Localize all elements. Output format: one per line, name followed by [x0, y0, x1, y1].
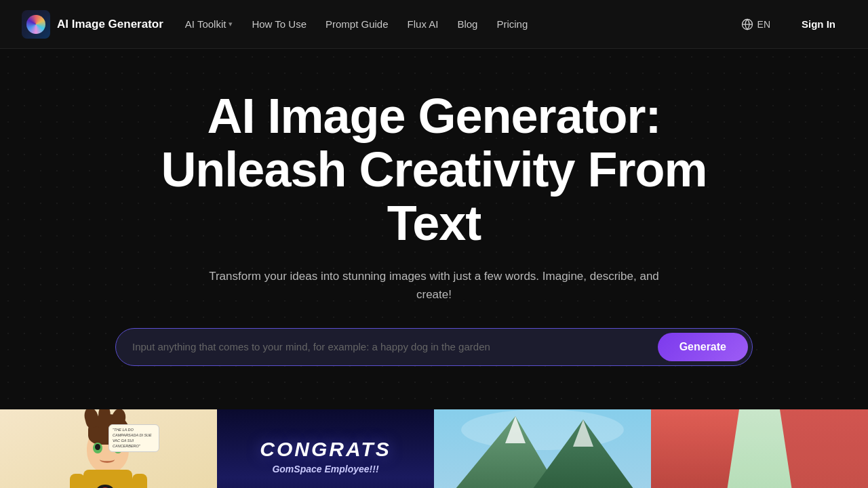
nav-item-pricing-label: Pricing	[496, 18, 528, 30]
nav-item-blog[interactable]: Blog	[457, 18, 477, 30]
search-bar: Generate	[115, 328, 753, 366]
gallery-item-mountain[interactable]	[434, 409, 651, 488]
language-button[interactable]: EN	[734, 14, 777, 35]
nav-links: AI Toolkit ▾ How To Use Prompt Guide Flu…	[185, 18, 528, 30]
hero-section: AI Image Generator: Unleash Creativity F…	[0, 49, 868, 393]
nav-left: AI Image Generator AI Toolkit ▾ How To U…	[22, 10, 528, 39]
nav-item-prompt-guide[interactable]: Prompt Guide	[326, 18, 389, 30]
congrats-sub-text: GomSpace Employee!!!	[260, 464, 391, 474]
prompt-input[interactable]	[132, 341, 650, 352]
hero-subtitle: Transform your ideas into stunning image…	[197, 267, 671, 304]
nav-item-how-to-use[interactable]: How To Use	[252, 18, 307, 30]
nav-item-blog-label: Blog	[457, 18, 477, 30]
hero-title: AI Image Generator: Unleash Creativity F…	[129, 89, 739, 251]
nav-right: EN Sign In	[734, 13, 846, 35]
nav-item-pricing[interactable]: Pricing	[496, 18, 528, 30]
mountain-svg	[434, 409, 651, 488]
gallery-item-congrats[interactable]: CONGRATS GomSpace Employee!!!	[217, 409, 434, 488]
nav-item-how-to-use-label: How To Use	[252, 18, 307, 30]
nav-item-flux-ai[interactable]: Flux AI	[408, 18, 439, 30]
gallery-item-autumn[interactable]	[651, 409, 868, 488]
congrats-main-text: CONGRATS	[260, 438, 391, 461]
language-label: EN	[757, 19, 770, 30]
svg-rect-21	[651, 409, 868, 488]
generate-button[interactable]: Generate	[658, 333, 748, 361]
nav-item-prompt-guide-label: Prompt Guide	[326, 18, 389, 30]
sign-in-label: Sign In	[802, 18, 835, 30]
nav-item-flux-ai-label: Flux AI	[408, 18, 439, 30]
chevron-down-icon: ▾	[229, 20, 233, 28]
gallery-item-anime[interactable]: "THE LA DO CAMPARSADA DI SUE VAC GA SUI …	[0, 409, 217, 488]
globe-icon	[741, 18, 753, 30]
image-gallery: "THE LA DO CAMPARSADA DI SUE VAC GA SUI …	[0, 409, 868, 488]
logo-text: AI Image Generator	[57, 18, 163, 31]
navbar: AI Image Generator AI Toolkit ▾ How To U…	[0, 0, 868, 49]
logo-icon	[22, 10, 50, 39]
sign-in-button[interactable]: Sign In	[791, 13, 846, 35]
nav-item-ai-toolkit[interactable]: AI Toolkit ▾	[185, 18, 233, 30]
autumn-svg	[651, 409, 868, 488]
logo[interactable]: AI Image Generator	[22, 10, 163, 39]
nav-item-ai-toolkit-label: AI Toolkit	[185, 18, 226, 30]
